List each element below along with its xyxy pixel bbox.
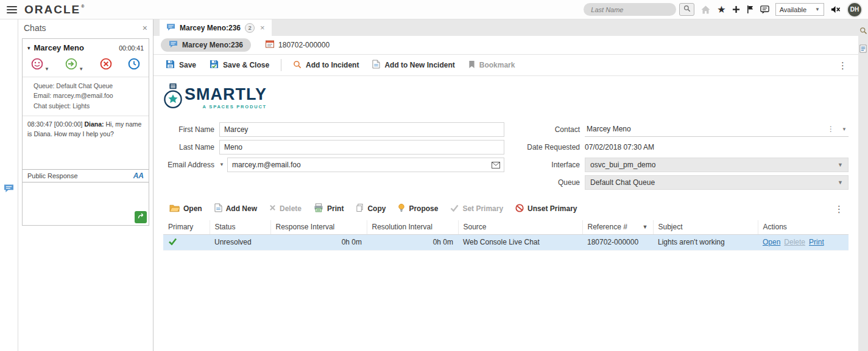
wrap-up-button[interactable]: ▼: [31, 58, 49, 72]
flag-icon[interactable]: [746, 5, 754, 14]
avatar[interactable]: DH: [847, 2, 863, 18]
propose-button[interactable]: Propose: [392, 203, 444, 214]
chat-response-input[interactable]: [23, 182, 149, 225]
save-button[interactable]: Save: [160, 57, 202, 73]
email-field[interactable]: [227, 158, 504, 172]
no-entry-icon: [515, 204, 524, 214]
contact-field[interactable]: Marcey Meno ⋮ ▼: [585, 122, 849, 137]
favorites-star-icon[interactable]: ★: [717, 5, 725, 15]
save-close-label: Save & Close: [223, 61, 269, 69]
delete-button[interactable]: Delete: [263, 204, 308, 213]
chat-subject-line: Chat subject: Lights: [34, 101, 144, 111]
new-document-icon: [214, 203, 222, 214]
incidents-toolbar-overflow-icon[interactable]: ⋮: [830, 204, 849, 214]
row-delete-link[interactable]: Delete: [784, 238, 805, 246]
bookmark-icon: [468, 60, 475, 71]
contact-label: Contact: [519, 125, 580, 134]
clock-icon: [128, 58, 140, 72]
application-window: ORACLE ® ★ Available ▼ DH Chats: [0, 0, 868, 351]
add-to-new-incident-button[interactable]: Add to New Incident: [366, 57, 460, 73]
bookmark-button[interactable]: Bookmark: [462, 58, 521, 73]
transfer-chat-button[interactable]: ▼: [65, 58, 83, 72]
envelope-icon[interactable]: [492, 162, 500, 170]
record-content: SMARTLY A SPACES PRODUCT First Name Last…: [153, 76, 858, 351]
column-header-primary[interactable]: Primary: [163, 220, 210, 234]
ribbon-toolbar: Save Save & Close Add to Incident Add to…: [153, 55, 858, 76]
unset-primary-button[interactable]: Unset Primary: [509, 204, 583, 214]
first-name-field[interactable]: [219, 122, 504, 137]
top-bar: ORACLE ® ★ Available ▼ DH: [0, 0, 868, 19]
search-button[interactable]: [679, 3, 694, 16]
quick-search-icon[interactable]: [859, 27, 867, 35]
chat-bubble-icon: [169, 40, 178, 50]
chats-panel: Chats × ▾ Marcey Meno 00:00:41 ▼ ▼: [18, 19, 153, 351]
row-print-link[interactable]: Print: [809, 238, 824, 246]
reports-panel-icon[interactable]: [859, 44, 867, 53]
response-compose-area: [23, 182, 149, 225]
add-icon[interactable]: [732, 5, 740, 13]
row-open-link[interactable]: Open: [763, 238, 780, 246]
transfer-arrow-icon: [65, 58, 77, 72]
workspace-pane: Marcey Meno:236 180702-000000 Save Save …: [153, 36, 858, 351]
public-response-bar: Public Response AA: [23, 169, 149, 182]
availability-select[interactable]: Available ▼: [775, 3, 824, 16]
date-requested-label: Date Requested: [519, 143, 580, 151]
queue-select[interactable]: Default Chat Queue ▼: [585, 175, 849, 190]
chat-time-button[interactable]: [128, 58, 140, 72]
font-size-toggle[interactable]: AA: [133, 172, 144, 180]
column-header-subject[interactable]: Subject: [653, 220, 758, 234]
search-input[interactable]: [584, 3, 676, 16]
subtab-incident[interactable]: 180702-000000: [266, 40, 330, 50]
open-label: Open: [183, 204, 202, 213]
interface-select[interactable]: osvc_bui_pm_demo ▼: [585, 158, 849, 172]
tab-close-icon[interactable]: ×: [260, 23, 265, 32]
menu-icon[interactable]: [7, 6, 17, 13]
contact-form: First Name Last Name Email Address ▼: [163, 122, 849, 190]
set-primary-button[interactable]: Set Primary: [444, 204, 509, 214]
availability-value: Available: [780, 6, 806, 13]
column-header-reference[interactable]: ▼Reference #: [582, 220, 653, 234]
copy-button[interactable]: Copy: [350, 203, 392, 214]
cell-status: Unresolved: [210, 234, 270, 250]
chats-rail-icon[interactable]: [4, 26, 14, 351]
ribbon-overflow-icon[interactable]: ⋮: [833, 61, 852, 70]
collapse-chevron-icon[interactable]: ▾: [27, 45, 30, 51]
column-header-status[interactable]: Status: [210, 220, 270, 234]
chat-action-bar: ▼ ▼: [23, 55, 149, 77]
save-floppy-icon: [166, 60, 175, 71]
copy-pages-icon: [356, 203, 364, 214]
contact-options-icon[interactable]: ⋮: [827, 125, 834, 133]
cell-source: Web Console Live Chat: [458, 234, 582, 250]
open-button[interactable]: Open: [163, 204, 208, 214]
column-header-source[interactable]: Source: [458, 220, 582, 234]
bookmark-label: Bookmark: [479, 61, 515, 69]
mute-speaker-icon[interactable]: [830, 5, 841, 14]
cell-subject: Lights aren't working: [653, 234, 758, 250]
email-type-chevron-icon[interactable]: ▼: [219, 162, 224, 167]
incident-document-icon: [266, 40, 274, 50]
add-new-button[interactable]: Add New: [208, 203, 263, 214]
tab-marcey-meno[interactable]: Marcey Meno:236 2 ×: [160, 19, 272, 36]
terminate-chat-button[interactable]: [100, 58, 112, 72]
save-and-close-button[interactable]: Save & Close: [203, 57, 275, 73]
workspace: Marcey Meno:236 2 × Marcey Meno:236 1807…: [153, 19, 858, 351]
last-name-field[interactable]: [219, 140, 504, 155]
home-icon[interactable]: [700, 5, 711, 15]
table-header-row: Primary Status Response Interval Resolut…: [163, 220, 849, 234]
subtab-contact[interactable]: Marcey Meno:236: [161, 38, 251, 52]
print-label: Print: [327, 204, 344, 213]
send-message-button[interactable]: [135, 211, 147, 223]
chevron-down-icon[interactable]: ▼: [842, 127, 847, 132]
column-header-resolution-interval[interactable]: Resolution Interval: [367, 220, 458, 234]
column-header-response-interval[interactable]: Response Interval: [270, 220, 367, 234]
open-folder-icon: [169, 204, 180, 214]
table-row[interactable]: Unresolved 0h 0m 0h 0m Web Console Live …: [163, 234, 849, 250]
print-button[interactable]: Print: [308, 203, 350, 214]
feedback-icon[interactable]: [760, 5, 769, 14]
close-chats-icon[interactable]: ×: [143, 23, 147, 33]
search-icon: [683, 5, 691, 14]
add-to-incident-button[interactable]: Add to Incident: [287, 58, 365, 73]
queue-label: Queue: [519, 178, 580, 187]
printer-icon: [314, 203, 323, 214]
incidents-table: Primary Status Response Interval Resolut…: [163, 220, 849, 251]
